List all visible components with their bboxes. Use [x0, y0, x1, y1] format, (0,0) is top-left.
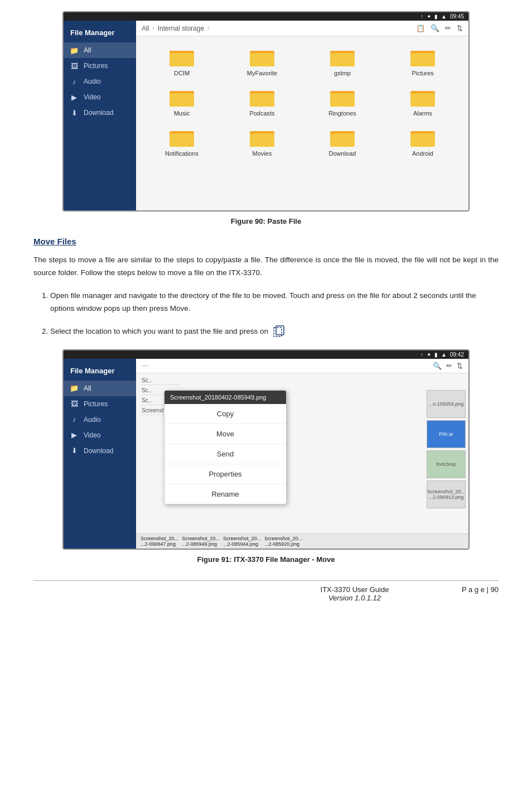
topbar-separator: —	[142, 362, 148, 369]
sidebar-label-video: Video	[84, 93, 100, 101]
sidebar-label-download: Download	[84, 109, 113, 117]
file-list-background: Sc... Sc... Sc... Screenshot_20... ...s-…	[136, 373, 468, 533]
folder-name-ringtones: Ringtones	[328, 110, 356, 117]
sidebar-item-download[interactable]: ⬇ Download	[64, 105, 136, 121]
folder-icon-alarms	[410, 88, 435, 108]
search-icon[interactable]: 🔍	[431, 24, 439, 32]
edit-icon-91[interactable]: ✏	[446, 362, 452, 370]
breadcrumb-arrow-2: ›	[207, 25, 209, 31]
status-time-91: 09:42	[450, 352, 464, 358]
download-icon: ⬇	[69, 109, 79, 117]
context-menu-rename[interactable]: Rename	[165, 484, 286, 504]
svg-rect-12	[250, 93, 274, 107]
wifi-icon-91: ▲	[441, 352, 447, 358]
folder-pictures[interactable]: Pictures	[383, 42, 463, 82]
svg-rect-16	[410, 93, 435, 107]
folder-notifications[interactable]: Notifications	[142, 122, 222, 162]
folder-podcasts[interactable]: Podcasts	[222, 82, 302, 122]
context-menu: Screenshot_20180402-085949.png Copy Move…	[164, 390, 287, 504]
sidebar-91-audio[interactable]: ♪ Audio	[64, 412, 136, 427]
context-menu-send[interactable]: Send	[165, 444, 286, 464]
footer-app-name: ITX-3370 User Guide	[248, 585, 462, 594]
sidebar-91-video[interactable]: ▶ Video	[64, 427, 136, 443]
sidebar-91-all[interactable]: 📁 All	[64, 381, 136, 396]
folder-ringtones[interactable]: Ringtones	[302, 82, 383, 122]
folder-android[interactable]: Android	[383, 122, 463, 162]
folder-icon-movies	[250, 128, 274, 148]
sidebar-91-pictures-label: Pictures	[84, 400, 108, 408]
sidebar-91-download-label: Download	[84, 447, 113, 455]
edit-icon[interactable]: ✏	[445, 24, 451, 32]
svg-rect-8	[410, 53, 435, 66]
folder-icon-android	[410, 128, 435, 148]
upload-icon: ↑	[420, 13, 423, 20]
svg-rect-2	[170, 53, 194, 66]
context-menu-move[interactable]: Move	[165, 424, 286, 444]
folder-name-music: Music	[174, 110, 190, 117]
sidebar-item-all[interactable]: 📁 All	[64, 42, 136, 58]
folder-name-notifications: Notifications	[165, 150, 199, 157]
page-footer: ITX-3370 User Guide Version 1.0.1.12 P a…	[33, 580, 499, 602]
folder-gstmp[interactable]: gstmp	[302, 42, 383, 82]
step-2-text: Select the location to which you want to…	[50, 327, 268, 335]
footer-version: Version 1.0.1.12	[248, 594, 462, 602]
sidebar-91-download[interactable]: ⬇ Download	[64, 443, 136, 459]
folder-myfavorite[interactable]: MyFavorite	[222, 42, 302, 82]
folder-icon-pictures	[410, 47, 435, 68]
folder-icon-music	[170, 88, 194, 108]
search-icon-91[interactable]: 🔍	[433, 362, 442, 370]
file-col-right: ...s-155059.png PIN ar font.bmp Screensh…	[427, 390, 466, 508]
steps-list: Open file manager and navigate to the di…	[33, 290, 499, 338]
figure-90-screenshot: ↑ ✦ ▮ ▲ 09:45 File Manager 📁 All 🖼 Pictu…	[62, 11, 470, 211]
context-menu-properties[interactable]: Properties	[165, 464, 286, 484]
status-time: 09:45	[450, 13, 464, 20]
sort-icon-91[interactable]: ⇅	[457, 362, 463, 370]
svg-rect-4	[250, 53, 274, 66]
bluetooth-icon: ✦	[427, 13, 431, 20]
folder-icon-notifications	[170, 128, 194, 148]
svg-rect-18	[170, 133, 194, 147]
bottom-file-3: Screenshot_20......2-085944.png	[223, 536, 262, 547]
section-body: The steps to move a file are similar to …	[33, 254, 499, 280]
breadcrumb-internal[interactable]: Internal storage	[158, 25, 204, 32]
folder-name-download: Download	[329, 150, 356, 157]
folder-movies[interactable]: Movies	[222, 122, 302, 162]
sidebar-item-pictures[interactable]: 🖼 Pictures	[64, 58, 136, 74]
folder-dcim[interactable]: DCIM	[142, 42, 222, 82]
folder-download[interactable]: Download	[302, 122, 383, 162]
bottom-file-4: Screenshot_20......2-085920.png	[264, 536, 303, 547]
sidebar-item-video[interactable]: ▶ Video	[64, 89, 136, 105]
breadcrumb-arrow-1: ›	[152, 25, 154, 31]
folder-music[interactable]: Music	[142, 82, 222, 122]
sidebar-91-audio-label: Audio	[84, 416, 101, 424]
sort-icon[interactable]: ⇅	[457, 24, 463, 32]
sidebar-item-audio[interactable]: ♪ Audio	[64, 74, 136, 89]
folder-icon-myfavorite	[250, 47, 274, 68]
svg-rect-14	[330, 93, 355, 107]
paste-toolbar-icon[interactable]: 📋	[416, 24, 425, 32]
main-content-90: All › Internal storage › 📋 🔍 ✏ ⇅	[136, 21, 468, 210]
context-menu-copy[interactable]: Copy	[165, 404, 286, 424]
figure-90-caption: Figure 90: Paste File	[33, 217, 499, 225]
folder-alarms[interactable]: Alarms	[383, 82, 463, 122]
thumb-screenshot: Screenshot_20......2-090913.png	[427, 480, 466, 508]
thumb-pin: PIN ar	[427, 420, 466, 448]
folder-name-alarms: Alarms	[413, 110, 432, 117]
music-icon: ♪	[69, 78, 79, 85]
toolbar-icons-91: 🔍 ✏ ⇅	[433, 362, 463, 370]
battery-icon-91: ▮	[434, 352, 438, 358]
folder-name-dcim: DCIM	[174, 70, 190, 76]
folder-name-pictures: Pictures	[412, 70, 434, 76]
breadcrumb-all[interactable]: All	[142, 25, 149, 32]
sidebar-91-pictures[interactable]: 🖼 Pictures	[64, 396, 136, 412]
svg-rect-22	[330, 133, 355, 147]
upload-icon-91: ↑	[420, 352, 423, 358]
folder-icon-download	[330, 128, 355, 148]
folder-name-myfavorite: MyFavorite	[247, 70, 277, 76]
sidebar-label-all: All	[84, 46, 91, 54]
figure-91-caption: Figure 91: ITX-3370 File Manager - Move	[33, 555, 499, 564]
folder-name-movies: Movies	[253, 150, 272, 157]
status-bar-90: ↑ ✦ ▮ ▲ 09:45	[64, 12, 468, 21]
folder-icon-91: 📁	[69, 384, 79, 392]
svg-rect-10	[170, 93, 194, 107]
